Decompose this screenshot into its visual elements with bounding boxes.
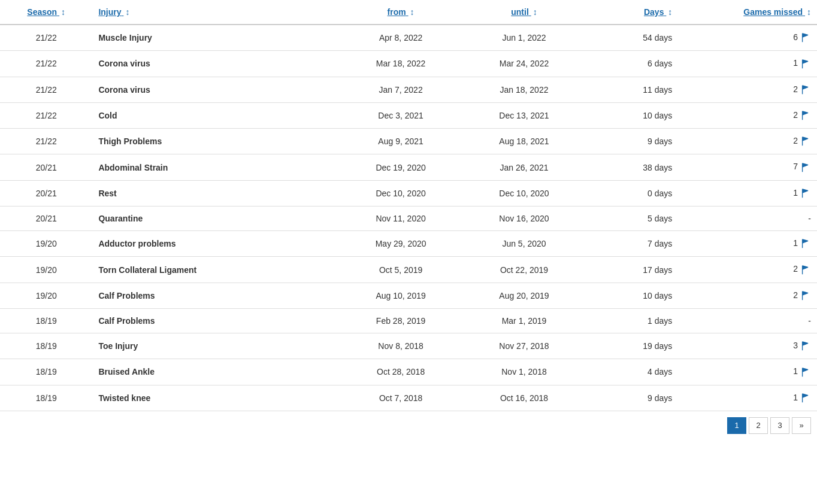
table-row: 21/22 Cold Dec 3, 2021 Dec 13, 2021 10 d…: [0, 102, 817, 128]
cell-season: 20/21: [0, 154, 92, 180]
flag-icon: [800, 32, 811, 43]
cell-days: 38 days: [586, 154, 678, 180]
cell-days: 10 days: [586, 102, 678, 128]
col-header-season[interactable]: Season ↕: [0, 0, 92, 25]
days-label: Days: [644, 7, 664, 17]
flag-icon: [800, 84, 811, 95]
page-btn-next[interactable]: »: [792, 417, 811, 434]
cell-until: Aug 20, 2019: [462, 283, 586, 308]
cell-games-missed: 3: [678, 333, 817, 359]
cell-from: Dec 10, 2020: [339, 180, 462, 206]
flag-icon: [800, 162, 811, 173]
cell-injury: Abdominal Strain: [92, 154, 339, 180]
cell-days: 1 days: [586, 308, 678, 333]
cell-until: Mar 1, 2019: [462, 308, 586, 333]
cell-season: 19/20: [0, 231, 92, 257]
table-header-row: Season ↕ Injury ↕ from ↕ until ↕ Days: [0, 0, 817, 25]
cell-from: Dec 19, 2020: [339, 154, 462, 180]
cell-days: 7 days: [586, 231, 678, 257]
table-row: 19/20 Calf Problems Aug 10, 2019 Aug 20,…: [0, 283, 817, 308]
cell-injury: Cold: [92, 102, 339, 128]
cell-until: Dec 10, 2020: [462, 180, 586, 206]
games-value: 3: [787, 341, 798, 350]
cell-games-missed: 1: [678, 51, 817, 77]
cell-injury: Quarantine: [92, 207, 339, 231]
cell-days: 5 days: [586, 207, 678, 231]
cell-days: 54 days: [586, 25, 678, 51]
flag-icon: [800, 341, 811, 351]
cell-injury: Calf Problems: [92, 283, 339, 308]
cell-season: 21/22: [0, 25, 92, 51]
flag-icon: [800, 136, 811, 147]
cell-season: 18/19: [0, 385, 92, 411]
cell-until: Aug 18, 2021: [462, 129, 586, 154]
games-value: 1: [787, 238, 798, 248]
col-header-games-missed[interactable]: Games missed ↕: [678, 0, 817, 25]
games-value: 2: [787, 290, 798, 300]
cell-from: Mar 18, 2022: [339, 51, 462, 77]
cell-injury: Corona virus: [92, 77, 339, 102]
games-value: 1: [787, 58, 798, 68]
cell-from: Nov 11, 2020: [339, 207, 462, 231]
until-sort-arrow: ↕: [533, 7, 537, 17]
injury-label: Injury: [98, 7, 121, 17]
cell-season: 19/20: [0, 257, 92, 283]
cell-games-missed: 2: [678, 77, 817, 102]
flag-icon: [800, 367, 811, 378]
cell-injury: Adductor problems: [92, 231, 339, 257]
cell-season: 19/20: [0, 283, 92, 308]
games-value: 1: [787, 366, 798, 376]
col-header-injury[interactable]: Injury ↕: [92, 0, 339, 25]
col-header-days[interactable]: Days ↕: [586, 0, 678, 25]
pagination: 1 2 3 »: [0, 411, 817, 440]
cell-days: 9 days: [586, 129, 678, 154]
cell-days: 6 days: [586, 51, 678, 77]
cell-days: 4 days: [586, 359, 678, 385]
table-row: 19/20 Adductor problems May 29, 2020 Jun…: [0, 231, 817, 257]
cell-games-missed: -: [678, 207, 817, 231]
table-row: 19/20 Torn Collateral Ligament Oct 5, 20…: [0, 257, 817, 283]
games-value: 1: [787, 393, 798, 402]
cell-until: Nov 1, 2018: [462, 359, 586, 385]
games-value: 2: [787, 84, 798, 94]
cell-games-missed: 1: [678, 180, 817, 206]
table-row: 20/21 Quarantine Nov 11, 2020 Nov 16, 20…: [0, 207, 817, 231]
cell-injury: Calf Problems: [92, 308, 339, 333]
cell-from: Aug 9, 2021: [339, 129, 462, 154]
cell-from: Jan 7, 2022: [339, 77, 462, 102]
col-header-from[interactable]: from ↕: [339, 0, 462, 25]
flag-icon: [800, 110, 811, 121]
cell-days: 11 days: [586, 77, 678, 102]
table-row: 20/21 Abdominal Strain Dec 19, 2020 Jan …: [0, 154, 817, 180]
cell-injury: Bruised Ankle: [92, 359, 339, 385]
page-btn-2[interactable]: 2: [749, 417, 768, 434]
until-label: until: [511, 7, 529, 17]
cell-days: 10 days: [586, 283, 678, 308]
cell-season: 21/22: [0, 51, 92, 77]
page-btn-1[interactable]: 1: [727, 417, 746, 434]
cell-injury: Corona virus: [92, 51, 339, 77]
cell-games-missed: 2: [678, 102, 817, 128]
cell-games-missed: 1: [678, 359, 817, 385]
cell-games-missed: 1: [678, 231, 817, 257]
table-row: 18/19 Toe Injury Nov 8, 2018 Nov 27, 201…: [0, 333, 817, 359]
cell-days: 9 days: [586, 385, 678, 411]
games-value: 6: [787, 32, 798, 42]
cell-season: 21/22: [0, 129, 92, 154]
cell-from: Oct 28, 2018: [339, 359, 462, 385]
cell-until: Nov 27, 2018: [462, 333, 586, 359]
cell-games-missed: 2: [678, 283, 817, 308]
cell-from: Nov 8, 2018: [339, 333, 462, 359]
days-sort-arrow: ↕: [668, 7, 672, 17]
cell-games-missed: 7: [678, 154, 817, 180]
cell-injury: Thigh Problems: [92, 129, 339, 154]
cell-until: Dec 13, 2021: [462, 102, 586, 128]
cell-from: Oct 7, 2018: [339, 385, 462, 411]
col-header-until[interactable]: until ↕: [462, 0, 586, 25]
cell-injury: Toe Injury: [92, 333, 339, 359]
cell-games-missed: 6: [678, 25, 817, 51]
page-btn-3[interactable]: 3: [770, 417, 789, 434]
cell-injury: Torn Collateral Ligament: [92, 257, 339, 283]
games-value: 2: [787, 136, 798, 145]
flag-icon: [800, 188, 811, 199]
